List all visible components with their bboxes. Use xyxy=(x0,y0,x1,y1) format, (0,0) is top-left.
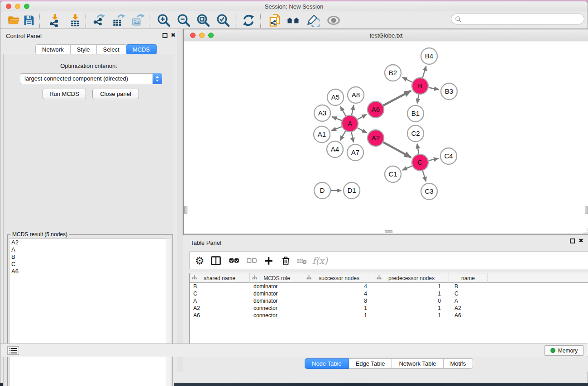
float-panel-icon[interactable] xyxy=(163,33,167,38)
plus-icon[interactable] xyxy=(261,253,276,268)
network-vscrollbar-left[interactable] xyxy=(184,206,187,214)
graph-node-B1[interactable]: B1 xyxy=(407,105,424,122)
open-folder-icon[interactable] xyxy=(6,13,22,28)
graph-edge-B-B4[interactable] xyxy=(423,66,426,78)
tab-select[interactable]: Select xyxy=(97,44,126,54)
graph-node-A6[interactable]: A6 xyxy=(368,101,384,118)
table-row[interactable]: Cdominator41C xyxy=(190,290,588,297)
mcds-result-list[interactable]: A2ABCA6 xyxy=(9,238,167,386)
tab-network-table[interactable]: Network Table xyxy=(392,358,443,369)
graph-edge-A-A2[interactable] xyxy=(358,128,367,133)
tab-network[interactable]: Network xyxy=(35,44,71,54)
table-float-panel-icon[interactable] xyxy=(570,238,575,243)
graph-edge-A-A5[interactable] xyxy=(340,106,346,116)
table-row[interactable]: A6connector11A6 xyxy=(190,312,588,319)
close-panel-icon[interactable]: ✖ xyxy=(171,32,176,38)
graph-edge-C-C4[interactable] xyxy=(429,158,439,161)
checkboxes-unchecked-icon[interactable] xyxy=(244,253,259,268)
tab-edge-table[interactable]: Edge Table xyxy=(349,358,392,369)
graph-node-A2[interactable]: A2 xyxy=(368,130,384,146)
graph-edge-A-A6[interactable] xyxy=(358,114,367,119)
graph-edge-A-A8[interactable] xyxy=(352,105,354,115)
memory-button[interactable]: Memory xyxy=(544,345,584,356)
mcds-result-item[interactable]: A6 xyxy=(10,268,166,275)
network-graph[interactable]: B4B2BB3A8A5A6A3B1AC2A1A2A4A7C4CC1DD1C3 xyxy=(184,42,588,233)
delete-table-icon[interactable] xyxy=(295,253,309,268)
export-table-icon[interactable] xyxy=(110,13,126,28)
column-header-name[interactable]: name xyxy=(449,273,488,283)
run-mcds-button[interactable]: Run MCDS xyxy=(43,89,86,99)
graph-edge-A-A3[interactable] xyxy=(332,117,342,120)
resize-grip-icon[interactable] xyxy=(581,227,588,234)
search-input[interactable] xyxy=(464,16,584,22)
graph-edge-A2-C[interactable] xyxy=(383,142,411,157)
table-row[interactable]: A2connector11A2 xyxy=(190,305,588,312)
columns-icon[interactable] xyxy=(209,253,223,268)
graph-node-A3[interactable]: A3 xyxy=(314,105,330,121)
save-icon[interactable] xyxy=(21,13,37,28)
export-network-icon[interactable] xyxy=(91,13,107,28)
mcds-result-item[interactable]: B xyxy=(10,253,166,261)
graph-node-B3[interactable]: B3 xyxy=(441,83,457,100)
import-network-icon[interactable] xyxy=(47,13,62,28)
zoom-in-icon[interactable] xyxy=(156,13,172,28)
column-header-successor-nodes[interactable]: successor nodes xyxy=(304,273,374,283)
graph-node-B4[interactable]: B4 xyxy=(421,48,437,64)
column-header-shared-name[interactable]: shared name xyxy=(190,273,250,283)
tab-motifs[interactable]: Motifs xyxy=(444,358,473,369)
graph-node-C4[interactable]: C4 xyxy=(440,148,457,164)
graph-node-D[interactable]: D xyxy=(314,182,330,199)
graph-node-A8[interactable]: A8 xyxy=(348,87,364,103)
graph-node-B[interactable]: B xyxy=(412,78,428,94)
export-image-icon[interactable] xyxy=(130,13,145,28)
network-vscrollbar-right[interactable] xyxy=(585,206,588,214)
clone-network-icon[interactable] xyxy=(268,13,283,28)
network-window-titlebar[interactable]: testGlobe.txt xyxy=(184,29,588,41)
trash-icon[interactable] xyxy=(278,253,293,268)
tab-style[interactable]: Style xyxy=(71,44,97,54)
pen-toggle-icon[interactable] xyxy=(305,13,320,28)
mcds-result-item[interactable]: A xyxy=(10,246,166,253)
graph-edge-C-C1[interactable] xyxy=(402,166,412,170)
graph-node-A7[interactable]: A7 xyxy=(347,144,363,161)
table-row[interactable]: Adominator80A xyxy=(190,297,588,305)
graph-node-A4[interactable]: A4 xyxy=(327,141,343,157)
network-hscrollbar[interactable] xyxy=(385,230,392,233)
table-close-panel-icon[interactable]: ✖ xyxy=(578,237,583,244)
graph-edge-A-A1[interactable] xyxy=(331,127,342,131)
close-panel-button[interactable]: Close panel xyxy=(92,89,139,99)
gear-icon[interactable]: ⚙ xyxy=(192,253,207,268)
graph-edge-A-A4[interactable] xyxy=(340,131,346,140)
checkboxes-checked-icon[interactable] xyxy=(227,253,241,268)
graph-edge-A-A7[interactable] xyxy=(352,132,354,143)
column-header-mcds-role[interactable]: MCDS role xyxy=(250,273,304,283)
graph-node-C[interactable]: C xyxy=(412,154,428,171)
search-field[interactable] xyxy=(451,14,584,24)
graph-node-B2[interactable]: B2 xyxy=(385,65,401,81)
optimization-criterion-dropdown[interactable]: largest connected component (directed) xyxy=(20,73,162,84)
mcds-result-item[interactable]: A2 xyxy=(10,239,166,246)
network-canvas[interactable]: B4B2BB3A8A5A6A3B1AC2A1A2A4A7C4CC1DD1C3 xyxy=(184,42,588,233)
tab-mcds[interactable]: MCDS xyxy=(126,44,157,54)
column-header-predecessor-nodes[interactable]: predecessor nodes xyxy=(374,273,449,283)
graph-node-A[interactable]: A xyxy=(342,115,358,132)
table-row[interactable]: Bdominator41B xyxy=(190,283,588,290)
graph-edge-C-C3[interactable] xyxy=(423,171,426,181)
graph-node-A5[interactable]: A5 xyxy=(327,89,344,105)
mcds-result-item[interactable]: C xyxy=(10,261,166,268)
refresh-icon[interactable] xyxy=(241,13,256,28)
graph-node-C1[interactable]: C1 xyxy=(385,166,401,182)
import-table-icon[interactable] xyxy=(67,13,83,28)
homes-icon[interactable] xyxy=(286,13,301,28)
graph-node-C2[interactable]: C2 xyxy=(407,125,424,142)
mcds-result-scrollbar[interactable] xyxy=(166,238,171,386)
graph-node-C3[interactable]: C3 xyxy=(421,183,437,200)
zoom-fit-icon[interactable] xyxy=(196,13,211,28)
graph-edge-B-B2[interactable] xyxy=(402,77,412,82)
graph-edge-B-B3[interactable] xyxy=(429,88,439,90)
zoom-out-icon[interactable] xyxy=(176,13,191,28)
graph-node-A1[interactable]: A1 xyxy=(314,126,330,143)
graph-node-D1[interactable]: D1 xyxy=(344,182,360,199)
eye-icon[interactable] xyxy=(326,13,341,28)
panel-splitter[interactable] xyxy=(177,29,183,372)
